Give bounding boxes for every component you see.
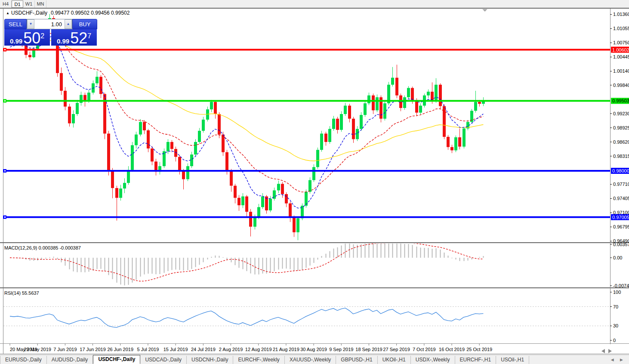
line-anchor-dot (4, 49, 6, 50)
candle-bull (139, 122, 142, 134)
timeframe-button-w1[interactable]: W1 (23, 0, 35, 8)
horizontal-line-1.00602[interactable] (3, 49, 610, 51)
timeframe-button-d1[interactable]: D1 (12, 0, 23, 8)
candle-bull (194, 142, 197, 154)
candle-bear (234, 186, 237, 198)
candle-bull (87, 93, 90, 101)
tab-scroll-arrows[interactable]: ◀ ▶ (611, 358, 626, 362)
buy-price-display[interactable]: 0.99 52 7 (51, 29, 97, 46)
candle-bull (190, 154, 193, 166)
rsi-axis-tick-label: 100 (613, 290, 621, 295)
price-axis-tick-label: 0.97100 (613, 210, 629, 215)
price-axis-tick-label: 0.97405 (613, 196, 629, 201)
volume-decrease-button[interactable]: ▼ (27, 19, 34, 29)
chart-tab-usoil-h1[interactable]: USOil-,H1 (496, 356, 529, 364)
rsi-value: 55.5637 (22, 290, 39, 296)
horizontal-line-0.97005[interactable] (3, 216, 610, 218)
sell-price-frac: 0.99 (10, 38, 22, 44)
price-axis-tick-label: 1.01360 (613, 12, 629, 17)
candle-bear (289, 204, 292, 217)
macd-axis-tick-label: 0.003574 (613, 242, 629, 247)
price-axis-tick-label: 0.96795 (613, 224, 629, 229)
date-axis-label: 26 Jun 2019 (107, 347, 133, 352)
line-anchor-dot (4, 216, 6, 218)
chart-tab-usdcnh-daily[interactable]: USDCNH-,Daily (187, 356, 233, 364)
chart-tab-ukoil-h1[interactable]: UKOil-,H1 (378, 356, 411, 364)
chart-tab-usdchf-daily[interactable]: USDCHF-,Daily (93, 355, 140, 364)
candle-bear (68, 107, 71, 123)
price-axis-tick-label: 0.98925 (613, 125, 629, 130)
buy-price-main: 52 (70, 32, 87, 44)
chart-tab-gbpusd-h1[interactable]: GBPUSD-,H1 (336, 356, 377, 364)
candle-bull (210, 102, 213, 109)
candle-bull (72, 114, 75, 123)
sell-price-display[interactable]: 0.99 50 2 (4, 29, 50, 46)
chevron-down-icon: ▼ (29, 22, 33, 26)
sell-button[interactable]: SELL (4, 19, 27, 29)
candle-bear (411, 88, 414, 100)
price-tag-label: 1.00602 (612, 47, 629, 52)
chart-ohlc-values: 0.99477 0.99502 0.99456 0.99502 (51, 10, 130, 16)
rsi-name: RSI(14) (4, 290, 21, 296)
candle-bear (352, 119, 355, 139)
buy-price-pip: 7 (87, 34, 91, 38)
sell-price-pip: 2 (40, 34, 44, 38)
rsi-axis-tick-label: 70 (613, 304, 618, 309)
candle-bear (99, 77, 102, 94)
timeframe-button-h4[interactable]: H4 (0, 0, 12, 8)
chart-tab-eurusd-daily[interactable]: EURUSD-,Daily (0, 356, 47, 364)
candle-bull (376, 97, 379, 110)
price-tag-label: 0.97005 (612, 215, 629, 220)
date-axis-label: 15 Jul 2019 (163, 347, 188, 352)
candle-bull (123, 183, 126, 188)
candle-bear (293, 217, 296, 232)
timeframe-button-mn[interactable]: MN (35, 0, 46, 8)
candle-bear (372, 96, 375, 111)
candle-bull (391, 78, 394, 85)
horizontal-line-0.98000[interactable] (3, 170, 610, 172)
candle-bear (324, 133, 327, 142)
horizontal-line-0.99503[interactable] (3, 100, 610, 102)
candle-bull (261, 197, 264, 207)
chart-tab-eurchf-h1[interactable]: EURCHF-,H1 (455, 356, 496, 364)
candle-bear (178, 157, 181, 171)
price-axis-tick-label: 0.98620 (613, 139, 629, 145)
candle-bear (64, 91, 67, 107)
candle-bear (237, 198, 240, 205)
macd-axis-tick-label: 0.00 (613, 255, 622, 260)
candle-bull (127, 170, 130, 183)
price-axis-tick-label: 0.97710 (613, 182, 629, 187)
date-axis-label: 30 Aug 2019 (300, 347, 327, 352)
candle-bear (249, 212, 252, 227)
candle-bear (28, 55, 31, 57)
chart-tab-usdx-weekly[interactable]: USDX-,Weekly (411, 356, 455, 364)
candle-bear (111, 171, 114, 188)
chart-tab-usdcad-daily[interactable]: USDCAD-,Daily (140, 356, 187, 364)
candle-bull (316, 150, 319, 167)
macd-name: MACD(12,26,9) (4, 245, 37, 250)
chart-tab-bar: EURUSD-,DailyAUDUSD-,DailyUSDCHF-,DailyU… (0, 355, 629, 364)
candle-bull (198, 131, 201, 142)
candle-bear (218, 114, 221, 135)
buy-price-frac: 0.99 (57, 38, 69, 44)
date-axis-label: 2 Aug 2019 (219, 347, 243, 352)
volume-increase-button[interactable]: ▲ (65, 19, 72, 29)
candle-bear (348, 106, 351, 119)
date-axis-label: 7 Oct 2019 (413, 347, 436, 352)
chart-tab-audusd-daily[interactable]: AUDUSD-,Daily (47, 356, 93, 364)
chart-canvas[interactable]: 1.006020.995030.980000.970051.013601.010… (0, 0, 629, 364)
chevron-up-icon: ▲ (67, 22, 70, 26)
candle-bull (462, 129, 466, 147)
candle-bull (427, 92, 430, 96)
price-tag-label: 0.98000 (612, 168, 629, 173)
chart-tab-xauusd-weekly[interactable]: XAUUSD-,Weekly (285, 356, 336, 364)
date-axis-label: 25 Oct 2019 (466, 347, 492, 352)
candle-bear (230, 171, 233, 186)
candle-bear (143, 122, 146, 130)
date-axis-label: 24 Jul 2019 (191, 347, 216, 352)
buy-button[interactable]: BUY (72, 19, 97, 29)
price-axis-tick-label: 0.99840 (613, 83, 629, 88)
macd-indicator-label: MACD(12,26,9) 0.000385 -0.000387 (4, 245, 81, 250)
volume-input[interactable]: 1.00 (34, 19, 65, 29)
chart-tab-eurchf-weekly[interactable]: EURCHF-,Weekly (233, 356, 284, 364)
